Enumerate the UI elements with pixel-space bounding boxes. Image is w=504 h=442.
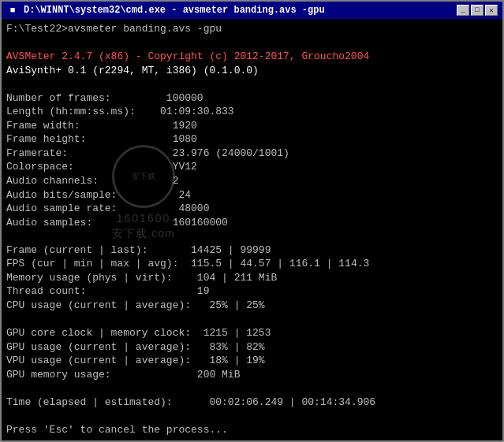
blank4 bbox=[6, 312, 498, 326]
time-line: Time (elapsed | estimated): 00:02:06.249… bbox=[6, 396, 498, 410]
main-window: ■ D:\WINNT\system32\cmd.exe - avsmeter b… bbox=[0, 0, 504, 442]
audio-bits-line: Audio bits/sample: 24 bbox=[6, 188, 498, 202]
press-line: Press 'Esc' to cancel the process... bbox=[6, 423, 498, 437]
blank5 bbox=[6, 381, 498, 396]
frames-value bbox=[111, 92, 166, 104]
avisynth-line: AviSynth+ 0.1 (r2294, MT, i386) (0.1.0.0… bbox=[6, 64, 498, 78]
title-bar: ■ D:\WINNT\system32\cmd.exe - avsmeter b… bbox=[2, 2, 502, 19]
vpu-usage-line: VPU usage (current | average): 18% | 19% bbox=[6, 354, 498, 368]
colorspace-line: Colorspace: YV12 bbox=[6, 160, 498, 174]
restore-button[interactable]: □ bbox=[471, 5, 483, 16]
frames-label: Number of frames: bbox=[6, 92, 111, 104]
blank6 bbox=[6, 409, 498, 423]
fps-line: FPS (cur | min | max | avg): 115.5 | 44.… bbox=[6, 257, 498, 271]
height-line: Frame height: 1080 bbox=[6, 132, 498, 147]
width-line: Frame width: 1920 bbox=[6, 119, 498, 133]
thread-line: Thread count: 19 bbox=[6, 284, 498, 299]
window-title: D:\WINNT\system32\cmd.exe - avsmeter ban… bbox=[24, 5, 325, 16]
console-area: 安下载 1601600 安下载.com F:\Test22>avsmeter b… bbox=[2, 19, 502, 440]
gpu-usage-line: GPU usage (current | average): 83% | 82% bbox=[6, 340, 498, 355]
framerate-line: Framerate: 23.976 (24000/1001) bbox=[6, 147, 498, 161]
audio-rate-line: Audio sample rate: 48000 bbox=[6, 202, 498, 216]
avs-version-line: AVSMeter 2.4.7 (x86) - Copyright (c) 201… bbox=[6, 50, 498, 64]
audio-channels-line: Audio channels: 2 bbox=[6, 174, 498, 188]
memory-line: Memory usage (phys | virt): 104 | 211 Mi… bbox=[6, 271, 498, 285]
minimize-button[interactable]: _ bbox=[457, 5, 469, 16]
prompt-line: F:\Test22>avsmeter banding.avs -gpu bbox=[6, 22, 498, 36]
gpu-memory-line: GPU memory usage: 200 MiB bbox=[6, 368, 498, 382]
window-icon: ■ bbox=[6, 4, 19, 17]
gpu-clock-line: GPU core clock | memory clock: 1215 | 12… bbox=[6, 326, 498, 340]
frame-line: Frame (current | last): 14425 | 99999 bbox=[6, 243, 498, 258]
audio-samples-line: Audio samples: 160160000 bbox=[6, 216, 498, 230]
title-bar-buttons: _ □ ✕ bbox=[457, 5, 498, 16]
blank3 bbox=[6, 229, 498, 243]
blank2 bbox=[6, 77, 498, 91]
length-line: Length (hh:mm:ss.ms): 01:09:30.833 bbox=[6, 105, 498, 119]
blank1 bbox=[6, 36, 498, 50]
title-bar-left: ■ D:\WINNT\system32\cmd.exe - avsmeter b… bbox=[6, 4, 325, 17]
frames-line: Number of frames: 100000 bbox=[6, 91, 498, 106]
cpu-line: CPU usage (current | average): 25% | 25% bbox=[6, 299, 498, 313]
close-button[interactable]: ✕ bbox=[485, 5, 498, 16]
